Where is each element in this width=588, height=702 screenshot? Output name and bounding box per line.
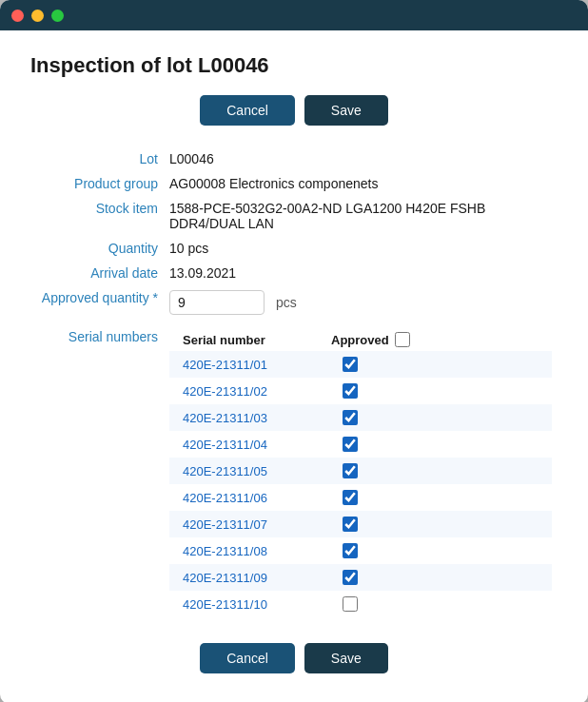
serial-approved-checkbox[interactable] <box>343 463 358 478</box>
serial-row: 420E-21311/08 <box>169 537 552 564</box>
serial-approved-cell <box>331 490 369 505</box>
arrival-date-label: Arrival date <box>30 261 164 285</box>
bottom-action-buttons: Cancel Save <box>30 643 558 673</box>
serial-header-number: Serial number <box>169 333 331 347</box>
serial-approved-cell <box>331 463 369 478</box>
approved-all-checkbox[interactable] <box>395 332 410 347</box>
lot-row: Lot L00046 <box>30 146 558 171</box>
quantity-row: Quantity 10 pcs <box>30 236 558 261</box>
quantity-value: 10 pcs <box>164 236 558 261</box>
serial-numbers-cell: Serial number Approved 420E-21311/01420E… <box>164 320 558 622</box>
maximize-button[interactable] <box>51 10 64 22</box>
approved-quantity-input[interactable] <box>169 290 265 315</box>
serial-approved-checkbox[interactable] <box>343 543 358 558</box>
serial-number-cell: 420E-21311/08 <box>169 544 331 558</box>
serial-approved-cell <box>331 596 369 612</box>
serial-header: Serial number Approved <box>169 328 552 351</box>
serial-approved-checkbox[interactable] <box>343 410 358 425</box>
serial-approved-cell <box>331 543 369 558</box>
serial-number-cell: 420E-21311/04 <box>169 438 331 452</box>
close-button[interactable] <box>11 10 24 22</box>
serial-row: 420E-21311/09 <box>169 564 552 591</box>
serial-approved-cell <box>331 437 369 452</box>
serial-approved-checkbox[interactable] <box>343 357 358 372</box>
serial-table: Serial number Approved 420E-21311/01420E… <box>169 328 552 617</box>
serial-numbers-label: Serial numbers <box>30 320 164 622</box>
stock-item-label: Stock item <box>30 196 164 236</box>
serial-number-cell: 420E-21311/09 <box>169 571 331 585</box>
minimize-button[interactable] <box>31 10 44 22</box>
serial-approved-checkbox[interactable] <box>343 383 358 399</box>
serial-approved-checkbox[interactable] <box>343 570 358 585</box>
serial-approved-cell <box>331 383 369 399</box>
serial-number-cell: 420E-21311/10 <box>169 597 331 612</box>
main-window: Inspection of lot L00046 Cancel Save Lot… <box>0 0 588 702</box>
serial-row: 420E-21311/01 <box>169 351 552 378</box>
lot-label: Lot <box>30 146 164 171</box>
top-save-button[interactable]: Save <box>304 95 388 126</box>
product-group-row: Product group AG00008 Electronics compon… <box>30 171 558 196</box>
serial-number-cell: 420E-21311/02 <box>169 384 331 399</box>
serial-numbers-row: Serial numbers Serial number Approved 42… <box>30 320 558 622</box>
arrival-date-value: 13.09.2021 <box>164 261 558 285</box>
product-group-value: AG00008 Electronics componenets <box>164 171 558 196</box>
serial-number-cell: 420E-21311/06 <box>169 491 331 505</box>
approved-quantity-cell: pcs <box>164 285 558 320</box>
serial-number-cell: 420E-21311/01 <box>169 358 331 372</box>
top-cancel-button[interactable]: Cancel <box>200 95 295 126</box>
approved-quantity-unit: pcs <box>276 295 297 310</box>
serial-number-cell: 420E-21311/07 <box>169 517 331 532</box>
serial-number-cell: 420E-21311/03 <box>169 411 331 425</box>
serial-approved-checkbox[interactable] <box>343 596 358 612</box>
arrival-date-row: Arrival date 13.09.2021 <box>30 261 558 285</box>
stock-item-value: 1588-PCE-5032G2-00A2-ND LGA1200 H420E FS… <box>164 196 558 236</box>
serial-approved-cell <box>331 517 369 532</box>
serial-row: 420E-21311/03 <box>169 404 552 431</box>
serial-approved-checkbox[interactable] <box>343 437 358 452</box>
bottom-cancel-button[interactable]: Cancel <box>200 643 295 673</box>
serial-row: 420E-21311/10 <box>169 591 552 617</box>
quantity-label: Quantity <box>30 236 164 261</box>
serial-row: 420E-21311/06 <box>169 484 552 511</box>
approved-quantity-row: Approved quantity * pcs <box>30 285 558 320</box>
serial-approved-cell <box>331 570 369 585</box>
form-fields: Lot L00046 Product group AG00008 Electro… <box>30 146 558 622</box>
serial-rows-container: 420E-21311/01420E-21311/02420E-21311/034… <box>169 351 552 617</box>
content-area: Inspection of lot L00046 Cancel Save Lot… <box>0 30 588 702</box>
page-title: Inspection of lot L00046 <box>30 53 558 78</box>
approved-quantity-label: Approved quantity * <box>30 285 164 320</box>
serial-row: 420E-21311/05 <box>169 458 552 484</box>
serial-approved-cell <box>331 357 369 372</box>
serial-header-approved: Approved <box>331 332 410 347</box>
lot-value: L00046 <box>164 146 558 171</box>
serial-approved-cell <box>331 410 369 425</box>
serial-row: 420E-21311/07 <box>169 511 552 537</box>
serial-approved-checkbox[interactable] <box>343 517 358 532</box>
bottom-save-button[interactable]: Save <box>304 643 388 673</box>
serial-number-cell: 420E-21311/05 <box>169 464 331 478</box>
serial-row: 420E-21311/04 <box>169 431 552 458</box>
serial-approved-checkbox[interactable] <box>343 490 358 505</box>
stock-item-row: Stock item 1588-PCE-5032G2-00A2-ND LGA12… <box>30 196 558 236</box>
titlebar <box>0 0 588 30</box>
product-group-label: Product group <box>30 171 164 196</box>
top-action-buttons: Cancel Save <box>30 95 558 126</box>
serial-row: 420E-21311/02 <box>169 378 552 404</box>
